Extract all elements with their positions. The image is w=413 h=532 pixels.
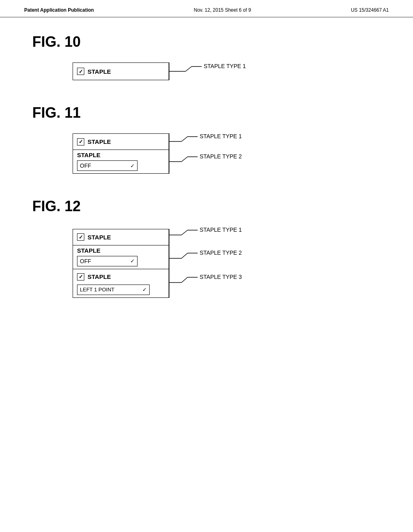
fig11-row1: ✓ STAPLE (73, 134, 169, 150)
fig12-staple-label1: STAPLE (88, 234, 111, 241)
fig10-label: FIG. 10 (32, 33, 381, 50)
fig12-row1: ✓ STAPLE (73, 229, 169, 245)
header-right: US 15/324667 A1 (351, 7, 389, 13)
fig12-checkmark1: ✓ (79, 234, 83, 240)
svg-line-7 (181, 157, 188, 162)
svg-line-1 (186, 66, 192, 71)
fig12-label: FIG. 12 (32, 198, 381, 215)
fig12-staple-label3: STAPLE (88, 273, 111, 280)
fig12-checkbox2[interactable]: ✓ (77, 273, 84, 281)
svg-line-4 (181, 137, 188, 141)
figure-12-section: FIG. 12 ✓ STAPLE (32, 198, 381, 299)
fig12-annotation2-text: STAPLE TYPE 2 (200, 249, 242, 256)
svg-line-13 (181, 253, 188, 258)
fig10-checkmark: ✓ (79, 69, 83, 75)
svg-line-10 (181, 230, 188, 235)
fig12-section2: STAPLE OFF ✓ (73, 245, 169, 269)
fig12-row3b: LEFT 1 POINT ✓ (73, 284, 169, 297)
page-header: Patent Application Publication Nov. 12, … (0, 0, 413, 17)
fig10-checkbox[interactable]: ✓ (77, 68, 84, 75)
fig12-dropdown2-arrow: ✓ (142, 287, 147, 293)
fig12-dropdown1-value: OFF (80, 258, 91, 264)
fig10-ui-box: ✓ STAPLE (73, 62, 169, 80)
figure-10-section: FIG. 10 ✓ STAPLE (32, 33, 381, 80)
fig10-diagram: ✓ STAPLE STAPLE TYPE 1 (73, 62, 381, 80)
fig11-diagram: ✓ STAPLE STAPLE OFF ✓ (73, 133, 381, 174)
fig11-annotation1-text: STAPLE TYPE 1 (200, 133, 242, 139)
fig11-row2a: STAPLE (73, 150, 169, 160)
fig12-row2a: STAPLE (73, 245, 169, 255)
fig12-diagram: ✓ STAPLE STAPLE OFF ✓ (73, 227, 381, 299)
fig12-dropdown1[interactable]: OFF ✓ (77, 256, 138, 266)
fig12-dropdown2[interactable]: LEFT 1 POINT ✓ (77, 285, 150, 295)
fig11-staple-label1: STAPLE (88, 138, 111, 145)
fig12-dropdown2-value: LEFT 1 POINT (80, 287, 115, 293)
fig11-checkbox1[interactable]: ✓ (77, 138, 84, 145)
fig12-staple-label2: STAPLE (77, 247, 100, 254)
fig12-annotation1-text: STAPLE TYPE 1 (200, 227, 242, 233)
fig11-annotation2-text: STAPLE TYPE 2 (200, 153, 242, 160)
main-content: FIG. 10 ✓ STAPLE (0, 17, 413, 340)
fig12-dropdown1-arrow: ✓ (130, 258, 135, 264)
fig11-staple-label2: STAPLE (77, 152, 100, 158)
header-center: Nov. 12, 2015 Sheet 6 of 9 (194, 7, 251, 13)
fig12-row2b: OFF ✓ (73, 255, 169, 269)
fig11-dropdown-arrow: ✓ (130, 163, 135, 169)
fig11-label: FIG. 11 (32, 104, 381, 121)
fig12-annotation3-text: STAPLE TYPE 3 (200, 274, 242, 280)
page: Patent Application Publication Nov. 12, … (0, 0, 413, 532)
svg-line-16 (181, 277, 188, 283)
fig12-row3a: ✓ STAPLE (73, 269, 169, 284)
fig10-annotation-text: STAPLE TYPE 1 (204, 63, 246, 69)
fig11-row2b: OFF ✓ (73, 160, 169, 173)
header-left: Patent Application Publication (24, 7, 94, 13)
fig11-connector-svg: STAPLE TYPE 1 STAPLE TYPE 2 (169, 133, 234, 174)
fig11-section2: STAPLE OFF ✓ (73, 150, 169, 173)
fig11-dropdown-value: OFF (80, 162, 91, 169)
fig12-connector-svg: STAPLE TYPE 1 STAPLE TYPE 2 STAPLE TYPE … (169, 227, 238, 299)
fig10-staple-label: STAPLE (88, 68, 111, 75)
fig11-ui-box: ✓ STAPLE STAPLE OFF ✓ (73, 133, 169, 174)
fig12-checkbox1[interactable]: ✓ (77, 233, 84, 241)
fig12-ui-box: ✓ STAPLE STAPLE OFF ✓ (73, 229, 169, 298)
fig12-section3: ✓ STAPLE LEFT 1 POINT ✓ (73, 269, 169, 297)
fig10-connector-svg: STAPLE TYPE 1 (169, 62, 234, 80)
figure-11-section: FIG. 11 ✓ STAPLE (32, 104, 381, 174)
fig11-checkmark1: ✓ (79, 139, 83, 145)
fig11-dropdown[interactable]: OFF ✓ (77, 160, 138, 171)
fig12-checkmark2: ✓ (79, 274, 83, 280)
